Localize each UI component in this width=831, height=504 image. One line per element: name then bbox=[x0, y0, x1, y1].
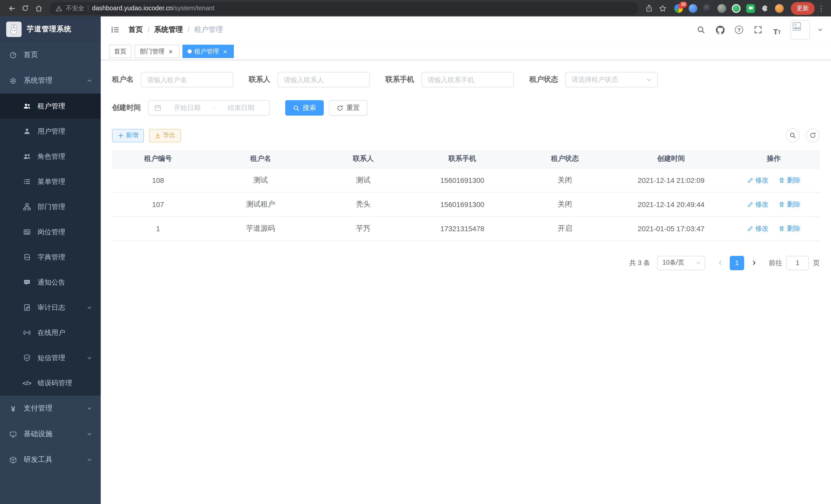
home-icon[interactable] bbox=[32, 2, 45, 15]
search-button[interactable]: 搜索 bbox=[285, 100, 324, 116]
refresh-button[interactable] bbox=[806, 128, 820, 142]
delete-link[interactable]: 删除 bbox=[779, 200, 800, 209]
sidebar-item-payment[interactable]: ¥ 支付管理 bbox=[0, 395, 101, 421]
date-range-picker[interactable]: 开始日期 - 结束日期 bbox=[148, 100, 270, 116]
github-icon[interactable] bbox=[714, 24, 726, 35]
chevron-down-icon bbox=[87, 355, 92, 360]
sidebar-item-menu[interactable]: 菜单管理 bbox=[0, 169, 101, 194]
chevron-down-icon bbox=[87, 305, 92, 310]
back-icon[interactable] bbox=[5, 2, 19, 15]
page-size-select[interactable]: 10条/页 bbox=[657, 256, 705, 270]
sidebar-item-post[interactable]: 岗位管理 bbox=[0, 219, 101, 244]
tab-label: 部门管理 bbox=[140, 47, 165, 56]
sidebar-item-role[interactable]: 角色管理 bbox=[0, 144, 101, 169]
contact-input[interactable] bbox=[278, 72, 370, 87]
tenant-name-input[interactable] bbox=[141, 72, 233, 87]
extension-chat-icon[interactable] bbox=[746, 4, 755, 12]
cell-actions: 修改 删除 bbox=[728, 216, 820, 240]
close-icon[interactable]: × bbox=[167, 48, 174, 55]
mobile-input[interactable] bbox=[422, 72, 514, 87]
edit-link[interactable]: 修改 bbox=[747, 175, 769, 185]
address-bar[interactable]: 不安全 dashboard.yudao.iocoder.cn/system/te… bbox=[49, 2, 638, 14]
extensions-puzzle-icon[interactable] bbox=[761, 4, 769, 12]
edit-link[interactable]: 修改 bbox=[747, 224, 769, 233]
collapse-sidebar-icon[interactable] bbox=[109, 24, 121, 36]
extension-gray-icon[interactable] bbox=[717, 4, 726, 12]
filter-row-1: 租户名 联系人 联系手机 租户状态 请选择租户状态 bbox=[112, 72, 820, 87]
extension-dark-icon[interactable] bbox=[703, 4, 712, 12]
extension-green-circle-icon[interactable] bbox=[732, 4, 741, 12]
tabs-bar: 首页 部门管理 × 租户管理 × bbox=[101, 43, 831, 60]
add-button[interactable]: 新增 bbox=[112, 129, 144, 142]
search-icon[interactable] bbox=[695, 24, 707, 35]
sidebar-item-home[interactable]: 首页 bbox=[0, 42, 101, 68]
app-logo bbox=[6, 22, 22, 37]
screen: 不安全 dashboard.yudao.iocoder.cn/system/te… bbox=[0, 0, 831, 504]
tab-dept[interactable]: 部门管理 × bbox=[135, 45, 179, 58]
export-button[interactable]: 导出 bbox=[149, 129, 181, 142]
font-size-icon[interactable]: TT bbox=[771, 24, 783, 35]
sidebar-item-label: 租户管理 bbox=[37, 101, 65, 111]
tab-tenant[interactable]: 租户管理 × bbox=[182, 45, 234, 58]
security-label[interactable]: 不安全 bbox=[66, 4, 84, 12]
status-select[interactable]: 请选择租户状态 bbox=[565, 72, 658, 87]
breadcrumb-system[interactable]: 系统管理 bbox=[154, 25, 183, 34]
active-dot bbox=[188, 49, 192, 53]
delete-link[interactable]: 删除 bbox=[779, 175, 800, 185]
prev-page-button[interactable] bbox=[712, 256, 728, 270]
cell-mobile: 15601691300 bbox=[409, 168, 515, 192]
col-tenant-id: 租户编号 bbox=[112, 150, 204, 168]
sidebar-item-label: 错误码管理 bbox=[37, 378, 72, 388]
breadcrumb-home[interactable]: 首页 bbox=[128, 25, 143, 34]
col-created: 创建时间 bbox=[614, 150, 728, 168]
help-icon[interactable]: ? bbox=[733, 24, 745, 35]
document-edit-icon bbox=[23, 303, 31, 312]
url-text[interactable]: dashboard.yudao.iocoder.cn/system/tenant bbox=[92, 5, 214, 12]
chrome-menu-icon[interactable]: ⋮ bbox=[814, 4, 826, 12]
topbar: 首页 / 系统管理 / 租户管理 ? bbox=[101, 17, 831, 43]
breadcrumb-separator: / bbox=[147, 26, 149, 34]
sidebar-item-label: 研发工具 bbox=[24, 455, 52, 465]
edit-link[interactable]: 修改 bbox=[747, 200, 769, 209]
reload-icon[interactable] bbox=[19, 2, 32, 15]
page-unit-label: 页 bbox=[813, 258, 820, 267]
page-size-value: 10条/页 bbox=[662, 259, 684, 267]
next-page-button[interactable] bbox=[746, 256, 762, 270]
update-button[interactable]: 更新 bbox=[791, 2, 814, 14]
shield-check-icon bbox=[23, 353, 31, 362]
cell-tenant-id: 1 bbox=[112, 216, 204, 240]
avatar[interactable] bbox=[791, 20, 810, 39]
avatar-caret-icon[interactable] bbox=[818, 27, 823, 32]
sidebar-item-notice[interactable]: 通知公告 bbox=[0, 270, 101, 295]
toggle-search-button[interactable] bbox=[786, 128, 800, 142]
sidebar-item-audit-log[interactable]: 审计日志 bbox=[0, 295, 101, 320]
page-number-1[interactable]: 1 bbox=[730, 256, 744, 270]
share-icon[interactable] bbox=[642, 2, 656, 15]
extension-blue-icon[interactable] bbox=[689, 4, 697, 12]
profile-avatar-icon[interactable] bbox=[775, 4, 784, 12]
chevron-down-icon bbox=[87, 432, 92, 437]
filter-tenant-name: 租户名 bbox=[112, 72, 233, 87]
app-shell: 芋道管理系统 首页 系统管理 bbox=[0, 17, 831, 504]
sidebar-item-user[interactable]: 用户管理 bbox=[0, 119, 101, 144]
cell-created: 2021-12-14 21:02:09 bbox=[614, 168, 728, 192]
tab-home[interactable]: 首页 bbox=[109, 45, 132, 58]
extension-colorful-icon[interactable]: 10 bbox=[674, 4, 683, 12]
goto-page-input[interactable] bbox=[786, 256, 809, 270]
close-icon[interactable]: × bbox=[222, 48, 229, 55]
sidebar-item-sms[interactable]: 短信管理 bbox=[0, 345, 101, 370]
sidebar-item-online-users[interactable]: 在线用户 bbox=[0, 320, 101, 345]
sidebar-item-tenant[interactable]: 租户管理 bbox=[0, 93, 101, 119]
reset-button[interactable]: 重置 bbox=[329, 100, 368, 116]
sidebar-item-dept[interactable]: 部门管理 bbox=[0, 194, 101, 219]
sidebar-item-devtools[interactable]: 研发工具 bbox=[0, 447, 101, 473]
sidebar-item-system[interactable]: 系统管理 bbox=[0, 68, 101, 93]
bookmark-star-icon[interactable] bbox=[656, 2, 669, 15]
sidebar-item-label: 短信管理 bbox=[37, 353, 65, 362]
sidebar-item-error-code[interactable]: </> 错误码管理 bbox=[0, 370, 101, 395]
fullscreen-icon[interactable] bbox=[752, 24, 764, 35]
sidebar-item-dict[interactable]: 字典管理 bbox=[0, 244, 101, 270]
list-icon bbox=[23, 177, 31, 186]
delete-link[interactable]: 删除 bbox=[779, 224, 800, 233]
sidebar-item-infra[interactable]: 基础设施 bbox=[0, 421, 101, 447]
